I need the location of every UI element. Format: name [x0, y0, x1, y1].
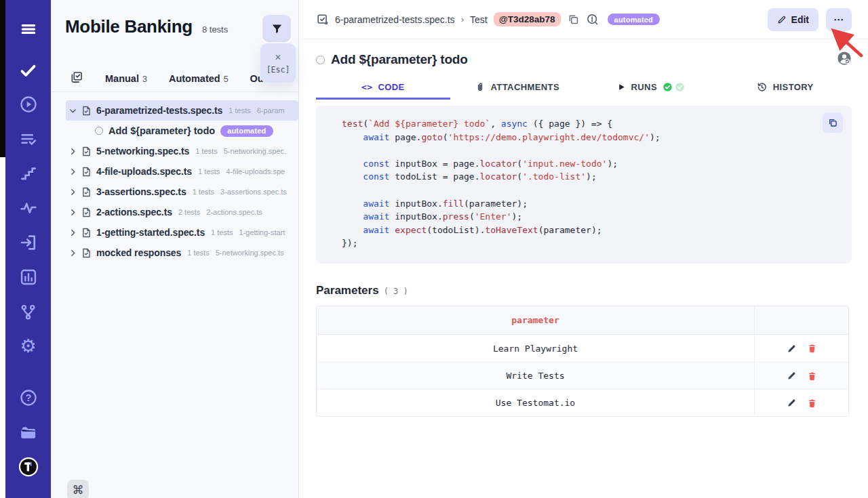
spec-file-icon [81, 166, 92, 178]
copy-code-button[interactable] [823, 112, 843, 133]
main-content: 6-parametrized-tests.spec.ts › Test @T3d… [300, 0, 868, 498]
run-status-icons [663, 82, 685, 92]
tree-file-item[interactable]: mocked responses1 tests5-networking.spec… [66, 243, 298, 263]
filter-icon [271, 22, 283, 35]
breadcrumb-entity: Test [470, 14, 488, 25]
spec-file-icon [81, 146, 92, 157]
tree-file-item[interactable]: 4-file-uploads.spec.ts1 tests4-file-uplo… [66, 161, 298, 182]
edit-button[interactable]: Edit [768, 8, 818, 31]
activity-pulse-icon[interactable] [18, 198, 39, 218]
chevron-right-icon[interactable] [66, 167, 79, 176]
sidebar: ⚙ ? [5, 0, 51, 498]
chevron-down-icon[interactable] [66, 106, 79, 115]
tree-file-item[interactable]: 5-networking.spec.ts1 tests5-networking.… [66, 141, 298, 161]
parameter-row: Write Tests [317, 362, 848, 389]
column-header-parameter: parameter [317, 306, 755, 334]
tree-file-item[interactable]: 1-getting-started.spec.ts1 tests1-gettin… [66, 222, 298, 243]
esc-hint-label: [Esc] [267, 65, 290, 75]
edit-parameter-icon[interactable] [787, 344, 797, 354]
detail-tabs: <> CODE ATTACHMENTS RUNS [316, 77, 852, 100]
branches-icon[interactable] [18, 302, 39, 322]
main-header: 6-parametrized-tests.spec.ts › Test @T3d… [300, 0, 868, 39]
spec-file-icon [81, 227, 92, 238]
delete-parameter-icon[interactable] [807, 371, 817, 381]
delete-parameter-icon[interactable] [807, 343, 817, 354]
tab-attachments[interactable]: ATTACHMENTS [450, 77, 585, 100]
tree-file-item[interactable]: 3-assertions.spec.ts1 tests3-assertions.… [66, 182, 298, 202]
runs-play-icon[interactable] [18, 94, 39, 115]
suite-tests-count: 8 tests [202, 24, 228, 35]
parameter-value: Learn Playwright [317, 335, 755, 362]
help-icon[interactable]: ? [18, 388, 39, 408]
tab-history[interactable]: HISTORY [718, 77, 852, 100]
spec-file-icon [81, 105, 92, 117]
code-line: }); [342, 236, 852, 250]
column-header-actions [755, 306, 848, 334]
tab-manual[interactable]: Manual 3 [105, 73, 147, 84]
tab-runs[interactable]: RUNS [584, 77, 718, 100]
testomat-logo[interactable] [18, 457, 39, 477]
tests-check-icon[interactable] [18, 60, 39, 80]
code-lines: test(`Add ${parameter} todo`, async ({ p… [342, 117, 852, 250]
test-id-badge[interactable]: @T3d28ab78 [494, 12, 561, 26]
tab-automated[interactable]: Automated 5 [169, 73, 229, 84]
edit-parameter-icon[interactable] [787, 398, 797, 408]
copy-icon[interactable] [567, 13, 580, 26]
filter-button[interactable] [262, 15, 291, 42]
close-icon[interactable]: × [275, 52, 281, 63]
reports-chart-icon[interactable] [18, 267, 39, 287]
chevron-right-icon[interactable] [66, 147, 79, 156]
spec-file-icon [81, 207, 92, 218]
pull-requests-icon[interactable] [18, 232, 39, 253]
settings-gear-icon[interactable]: ⚙ [18, 336, 39, 356]
chevron-right-icon[interactable] [66, 228, 79, 237]
multi-select-icon[interactable] [70, 70, 83, 87]
screen-edge-strip [0, 0, 5, 157]
suite-panel: Mobile Banking 8 tests × [Esc] Manual 3 … [51, 0, 299, 498]
projects-folder-icon[interactable] [18, 422, 39, 442]
code-line: const todoList = page.locator('.todo-lis… [342, 170, 852, 184]
play-icon [617, 83, 626, 91]
code-line: await expect(todoList).toHaveText(parame… [342, 224, 852, 237]
code-icon: <> [361, 82, 372, 92]
automated-badge: automated [608, 14, 660, 25]
spec-file-icon [81, 186, 92, 198]
app-window: ⚙ ? Mobile Banking 8 tests × [Esc] [0, 0, 868, 498]
more-options-button[interactable]: ⋯ [826, 8, 852, 31]
tree-test-item[interactable]: Add ${parameter} todoautomated [66, 121, 298, 141]
tree-file-item[interactable]: 6-parametrized-tests.spec.ts1 tests6-par… [66, 100, 298, 121]
assignee-avatar[interactable] [837, 51, 852, 68]
ellipsis-icon: ⋯ [833, 14, 844, 26]
breadcrumb-file[interactable]: 6-parametrized-tests.spec.ts [335, 14, 455, 25]
chevron-right-icon[interactable] [66, 249, 79, 257]
automated-badge: automated [220, 125, 273, 137]
chevron-right-icon[interactable] [66, 208, 79, 217]
parameters-count: ( 3 ) [384, 287, 408, 296]
code-line: const inputBox = page.locator('input.new… [342, 157, 852, 171]
test-tree: 6-parametrized-tests.spec.ts1 tests6-par… [51, 100, 298, 263]
edit-parameter-icon[interactable] [787, 371, 797, 381]
code-line: test(`Add ${parameter} todo`, async ({ p… [342, 117, 852, 131]
filter-esc-popup: × [Esc] [260, 43, 296, 83]
status-alert-icon[interactable] [586, 13, 599, 26]
command-shortcut-button[interactable]: ⌘ [67, 480, 89, 498]
parameters-table: parameter Learn PlaywrightWrite TestsUse… [316, 306, 849, 417]
suite-title: Mobile Banking [65, 16, 193, 37]
code-line [342, 144, 852, 157]
test-circle-icon [95, 127, 103, 135]
tree-file-item[interactable]: 2-actions.spec.ts2 tests2-actions.spec.t… [66, 202, 298, 222]
breadcrumb: 6-parametrized-tests.spec.ts › Test @T3d… [316, 12, 660, 26]
paperclip-icon [475, 82, 486, 93]
spec-file-icon [81, 247, 92, 259]
menu-icon[interactable] [18, 19, 39, 39]
command-icon: ⌘ [73, 483, 84, 497]
chevron-right-icon[interactable] [66, 188, 79, 196]
parameter-row: Use Testomat.io [317, 389, 848, 416]
tab-code[interactable]: <> CODE [316, 77, 450, 100]
steps-icon[interactable] [18, 163, 39, 184]
parameters-heading: Parameters ( 3 ) [316, 284, 852, 297]
delete-parameter-icon[interactable] [807, 398, 817, 409]
parameter-value: Write Tests [317, 362, 755, 389]
test-plans-icon[interactable] [18, 129, 39, 149]
code-line: await inputBox.press('Enter'); [342, 210, 852, 224]
